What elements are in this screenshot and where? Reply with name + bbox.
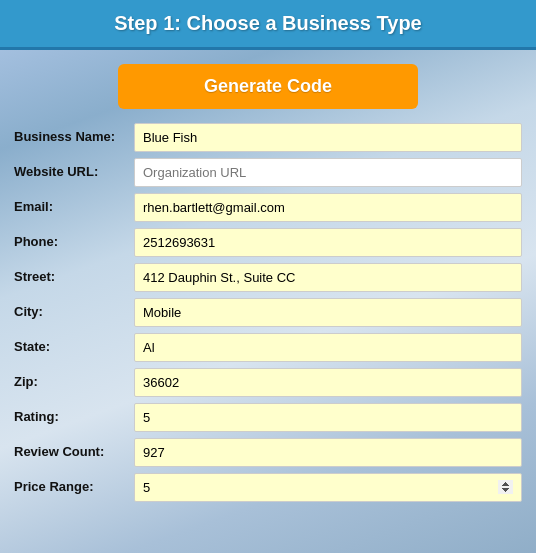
- input-email[interactable]: [134, 193, 522, 222]
- input-zip[interactable]: [134, 368, 522, 397]
- form-row-price-range: Price Range:: [14, 473, 522, 502]
- label-street: Street:: [14, 269, 134, 286]
- input-street[interactable]: [134, 263, 522, 292]
- page-container: Step 1: Choose a Business Type Generate …: [0, 0, 536, 518]
- input-website-url[interactable]: [134, 158, 522, 187]
- generate-code-button[interactable]: Generate Code: [118, 64, 418, 109]
- label-review-count: Review Count:: [14, 444, 134, 461]
- page-title: Step 1: Choose a Business Type: [16, 12, 520, 35]
- input-city[interactable]: [134, 298, 522, 327]
- input-phone[interactable]: [134, 228, 522, 257]
- page-header: Step 1: Choose a Business Type: [0, 0, 536, 50]
- label-city: City:: [14, 304, 134, 321]
- form-row-review-count: Review Count:: [14, 438, 522, 467]
- form-row-phone: Phone:: [14, 228, 522, 257]
- label-state: State:: [14, 339, 134, 356]
- input-business-name[interactable]: [134, 123, 522, 152]
- input-price-range[interactable]: [134, 473, 522, 502]
- label-business-name: Business Name:: [14, 129, 134, 146]
- form-row-city: City:: [14, 298, 522, 327]
- form-row-email: Email:: [14, 193, 522, 222]
- form-row-zip: Zip:: [14, 368, 522, 397]
- label-phone: Phone:: [14, 234, 134, 251]
- label-zip: Zip:: [14, 374, 134, 391]
- form-row-street: Street:: [14, 263, 522, 292]
- label-rating: Rating:: [14, 409, 134, 426]
- form-row-state: State:: [14, 333, 522, 362]
- form-row-business-name: Business Name:: [14, 123, 522, 152]
- form-row-rating: Rating:: [14, 403, 522, 432]
- generate-btn-section: Generate Code: [0, 50, 536, 123]
- input-review-count[interactable]: [134, 438, 522, 467]
- input-rating[interactable]: [134, 403, 522, 432]
- label-email: Email:: [14, 199, 134, 216]
- form-row-website-url: Website URL:: [14, 158, 522, 187]
- label-website-url: Website URL:: [14, 164, 134, 181]
- form-area: Business Name:Website URL:Email:Phone:St…: [0, 123, 536, 518]
- label-price-range: Price Range:: [14, 479, 134, 496]
- input-state[interactable]: [134, 333, 522, 362]
